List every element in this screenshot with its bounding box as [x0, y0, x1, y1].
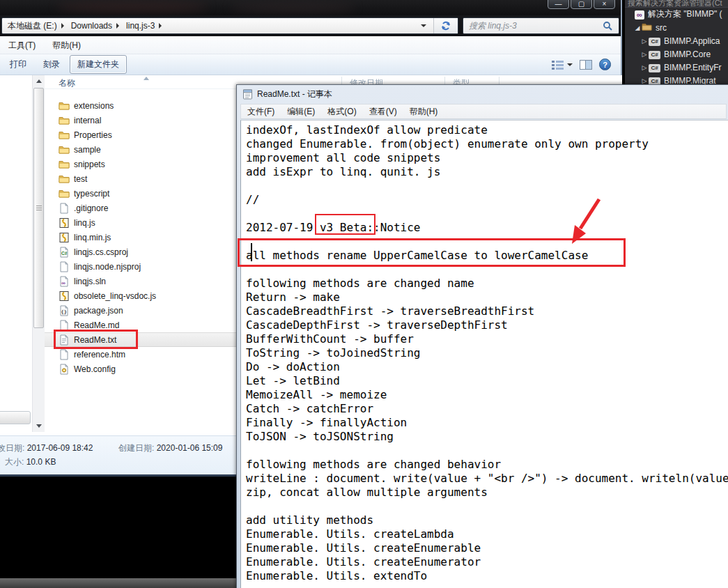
solution-tree-item[interactable]: ∞解决方案 "BIMMP" (: [625, 8, 728, 21]
breadcrumb[interactable]: 本地磁盘 (E:)Downloadslinq.js-3: [1, 17, 458, 34]
notepad-line: BufferWithCount -> buffer: [246, 332, 728, 346]
breadcrumb-separator-icon[interactable]: [61, 23, 64, 29]
folder-icon: [59, 100, 70, 111]
search-box[interactable]: 搜索 linq.js-3: [463, 17, 619, 34]
notepad-line: Do -> doAction: [246, 360, 728, 374]
explorer-menu-item[interactable]: 工具(T): [0, 36, 44, 54]
notepad-line: indexOf, lastIndexOf allow predicate: [246, 123, 728, 137]
solution-item-label: src: [656, 23, 667, 33]
collapsed-arrow-icon[interactable]: ▷: [640, 64, 649, 71]
notepad-text-area[interactable]: indexOf, lastIndexOf allow predicatechan…: [240, 120, 728, 588]
address-bar-row: 本地磁盘 (E:)Downloadslinq.js-3 搜索 linq.js-3: [0, 15, 621, 36]
column-header-name[interactable]: 名称: [59, 77, 75, 89]
window-controls: — ▢ ×: [548, 0, 615, 9]
views-dropdown-icon[interactable]: [567, 63, 573, 66]
explorer-menu-item[interactable]: 帮助(H): [44, 36, 89, 54]
triangle-up-icon: [36, 79, 42, 83]
notepad-line: MemoizeAll -> memoize: [246, 388, 728, 402]
file-name: linq.min.js: [74, 233, 111, 242]
jscript-icon: [59, 217, 70, 229]
scrollbar-thumb[interactable]: [33, 88, 44, 328]
notepad-line: [246, 207, 728, 221]
notepad-menu-item[interactable]: 查看(V): [363, 104, 403, 119]
breadcrumb-segment[interactable]: Downloads: [65, 21, 116, 31]
maximize-button[interactable]: ▢: [571, 0, 592, 9]
file-name: linqjs.cs.csproj: [74, 247, 128, 257]
burn-button[interactable]: 刻录: [36, 56, 67, 73]
help-button[interactable]: ?: [599, 59, 611, 70]
svg-text:{}: {}: [61, 309, 67, 315]
file-name: linqjs.node.njsproj: [74, 262, 141, 272]
notepad-line: improvement all code snippets: [246, 151, 728, 165]
notepad-menu-item[interactable]: 文件(F): [241, 104, 281, 119]
notepad-line: add isExpr to linq. qunit. js: [246, 165, 728, 179]
preview-pane-button[interactable]: [580, 60, 592, 70]
notepad-line: Enumerable. Utils. createEnumerator: [246, 555, 728, 569]
breadcrumb-segment[interactable]: 本地磁盘 (E:): [2, 20, 61, 32]
folder-icon: [642, 22, 652, 31]
search-icon[interactable]: [603, 21, 613, 31]
notepad-title: ReadMe.txt - 记事本: [257, 88, 332, 100]
breadcrumb-separator-icon[interactable]: [116, 23, 119, 29]
nav-horizontal-scrollbar-thumb[interactable]: [0, 411, 31, 424]
notepad-menu-item[interactable]: 格式(O): [321, 104, 362, 119]
close-button[interactable]: ×: [594, 0, 615, 9]
folder-icon: [59, 144, 70, 155]
desktop: { "explorer": { "breadcrumb": { "segment…: [0, 0, 728, 588]
file-name: ReadMe.md: [74, 320, 119, 330]
new-folder-button[interactable]: 新建文件夹: [70, 55, 127, 74]
refresh-button[interactable]: [434, 18, 458, 33]
notepad-titlebar[interactable]: ReadMe.txt - 记事本: [237, 85, 728, 103]
solution-tree-item[interactable]: ◢ src: [625, 21, 728, 34]
notepad-menu-item[interactable]: 帮助(H): [403, 104, 444, 119]
triangle-down-icon: [36, 424, 42, 428]
file-name: linq.js: [74, 218, 95, 228]
notepad-icon: [242, 89, 253, 100]
change-view-button[interactable]: [552, 60, 573, 70]
sort-ascending-icon[interactable]: [144, 77, 149, 80]
breadcrumb-segment[interactable]: linq.js-3: [121, 21, 159, 31]
scroll-down-button[interactable]: [33, 420, 45, 431]
collapsed-arrow-icon[interactable]: ▷: [640, 77, 649, 84]
views-icon: [552, 60, 564, 70]
solution-search-box[interactable]: 搜索解决方案资源管理器(Ct: [625, 0, 728, 8]
notepad-line: Finally -> finallyAction: [246, 416, 728, 430]
solution-tree-item[interactable]: ▷ C#BIMMP.EntityFr: [625, 61, 728, 74]
solution-tree-item[interactable]: ▷ C#BIMMP.Core: [625, 47, 728, 61]
notepad-line: ToString -> toJoinedString: [246, 346, 728, 360]
address-dropdown-icon[interactable]: [421, 24, 426, 27]
notepad-line: //: [246, 193, 728, 207]
collapsed-arrow-icon[interactable]: ▷: [640, 38, 649, 45]
folder-icon: [59, 188, 70, 199]
breadcrumb-separator-icon[interactable]: [159, 23, 162, 29]
file-name: test: [74, 174, 87, 184]
taskbar-edge: [0, 578, 238, 588]
collapsed-arrow-icon[interactable]: ▷: [640, 51, 649, 58]
file-name: internal: [74, 116, 101, 125]
minimize-button[interactable]: —: [548, 0, 569, 9]
titlebar-glass-reflection: [56, 1, 209, 13]
notepad-line: Enumerable. Utils. createEnumerable: [246, 541, 728, 555]
nav-vertical-scrollbar[interactable]: [32, 75, 45, 432]
notepad-line: CascadeBreadthFirst -> traverseBreadthFi…: [246, 304, 728, 318]
config-icon: [59, 364, 70, 375]
jscript-icon: [59, 291, 70, 302]
notepad-line: Catch -> catchError: [246, 402, 728, 416]
notepad-line: [246, 500, 728, 513]
solution-tree-item[interactable]: ▷ C#BIMMP.Applica: [625, 34, 728, 47]
print-button[interactable]: 打印: [3, 56, 33, 73]
notepad-line: changed Enumerable. from(object) enumera…: [246, 137, 728, 151]
svg-text:∞: ∞: [61, 279, 65, 286]
date-created-label: 创建日期:: [118, 443, 154, 453]
notepad-line: writeLine : document. write(value + "<br…: [246, 472, 728, 486]
notepad-line: Let -> letBind: [246, 374, 728, 388]
notepad-menu-item[interactable]: 编辑(E): [281, 104, 321, 119]
titlebar-glass-reflection: [230, 3, 355, 13]
solution-item-label: BIMMP.Applica: [664, 36, 720, 46]
page-icon: [59, 349, 70, 360]
page-icon: [59, 261, 70, 272]
expanded-arrow-icon[interactable]: ◢: [633, 24, 642, 31]
scroll-up-button[interactable]: [33, 75, 45, 86]
notepad-line: [246, 235, 728, 249]
csharp-icon: C#: [59, 247, 70, 258]
